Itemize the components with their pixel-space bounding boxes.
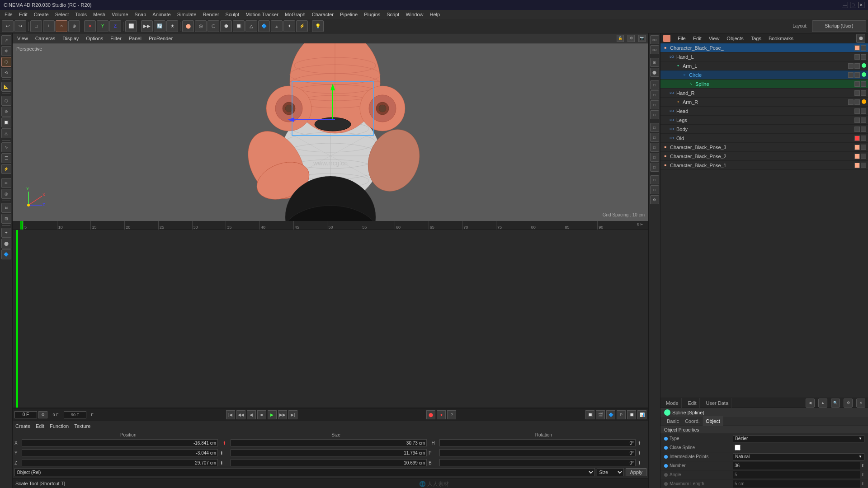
vp-lock-icon[interactable]: 🔒 (617, 35, 624, 42)
menu-item-animate[interactable]: Animate (150, 10, 173, 19)
menu-item-file[interactable]: File (2, 10, 15, 19)
obj-ctrl-spline-2[interactable] (861, 81, 866, 87)
next-frame-button[interactable]: ▶▶ (278, 410, 287, 419)
left-btn-scale[interactable]: ⬡ (1, 57, 11, 67)
obj-ctrl-vis[interactable] (854, 45, 860, 51)
obj-ctrl-armr-1[interactable] (848, 99, 854, 105)
undo-button[interactable]: ↩ (2, 20, 14, 32)
create-menu-item[interactable]: Create (15, 423, 30, 429)
rt-btn-6[interactable]: □ (650, 110, 659, 119)
obj-item-legs[interactable]: LO Legs (660, 116, 868, 125)
left-btn-8[interactable]: 🔲 (1, 117, 11, 127)
obj-item-char4[interactable]: ■ Character_Black_Pose_ (660, 43, 868, 52)
menu-item-motion-tracker[interactable]: Motion Tracker (243, 10, 281, 19)
obj-ctrl-char1-2[interactable] (861, 163, 866, 168)
vp-menu-cameras[interactable]: Cameras (33, 36, 57, 41)
rt-btn-3[interactable]: □ (650, 80, 659, 89)
obj-btn-3[interactable]: ⬡ (208, 20, 219, 32)
rt-btn-14[interactable]: ⚙ (650, 195, 659, 204)
obj-item-head[interactable]: LO Head (660, 107, 868, 116)
obj-ctrl-circle-1[interactable] (848, 72, 854, 78)
menu-item-sculpt[interactable]: Sculpt (223, 10, 242, 19)
menu-item-snap[interactable]: Snap (132, 10, 149, 19)
maximize-button[interactable]: □ (850, 2, 856, 8)
auto-key-button[interactable]: ● (437, 410, 446, 419)
apply-button[interactable]: Apply (626, 468, 646, 476)
motion-btn-6[interactable]: 📊 (637, 410, 646, 419)
menu-item-select[interactable]: Select (52, 10, 72, 19)
obj-ctrl-lock-body[interactable] (861, 127, 866, 132)
obj-btn-1[interactable]: ⬤ (182, 20, 194, 32)
timeline-range-input[interactable]: 90 F (64, 411, 86, 418)
obj-ctrl-spline-1[interactable] (854, 81, 860, 87)
left-btn-15[interactable]: ≋ (1, 203, 11, 213)
rt-btn-8[interactable]: □ (650, 133, 659, 142)
size-x-input[interactable] (231, 439, 427, 446)
prop-mode-tab[interactable]: Mode (663, 398, 682, 408)
rt-btn-4[interactable]: □ (650, 90, 659, 99)
light-btn[interactable]: 💡 (312, 20, 324, 32)
stop-button[interactable]: ■ (257, 410, 266, 419)
menu-item-simulate[interactable]: Simulate (175, 10, 199, 19)
play-reverse-button[interactable]: ◀ (247, 410, 256, 419)
rotation-h-input[interactable] (439, 439, 636, 446)
left-btn-17[interactable]: ✦ (1, 228, 11, 238)
vp-menu-prorender[interactable]: ProRender (147, 36, 175, 41)
motion-btn-5[interactable]: 🔲 (627, 410, 636, 419)
motion-btn-4[interactable]: P (617, 410, 626, 419)
left-btn-9[interactable]: △ (1, 128, 11, 138)
prop-nav-up[interactable]: ▲ (818, 399, 827, 408)
menu-item-render[interactable]: Render (200, 10, 222, 19)
timeline-track[interactable] (13, 230, 648, 408)
obj-btn-9[interactable]: ✦ (283, 20, 295, 32)
obj-ctrl-armr-2[interactable] (854, 99, 860, 105)
vp-menu-view[interactable]: View (15, 36, 30, 41)
obj-ctrl-circle-2[interactable] (854, 72, 860, 78)
prop-object-tab[interactable]: Object (703, 416, 723, 426)
vp-settings-icon[interactable]: ⚙ (627, 35, 635, 42)
obj-btn-4[interactable]: ⬢ (220, 20, 232, 32)
left-btn-19[interactable]: 🔷 (1, 249, 11, 259)
rt-btn-11[interactable]: □ (650, 163, 659, 172)
obj-ctrl-char1-1[interactable] (854, 163, 860, 168)
rt-grid-btn[interactable]: ⊞ (650, 58, 659, 67)
obj-btn-8[interactable]: ⟁ (271, 20, 283, 32)
position-z-input[interactable] (22, 459, 218, 466)
rp-tags-menu[interactable]: Tags (749, 36, 763, 41)
menu-item-pipeline[interactable]: Pipeline (337, 10, 360, 19)
close-spline-checkbox[interactable] (735, 445, 741, 450)
obj-ctrl-arml-1[interactable] (848, 63, 854, 69)
rp-topbar-btn1[interactable]: ⬤ (856, 34, 865, 43)
redo-button[interactable]: ↪ (14, 20, 26, 32)
size-z-input[interactable] (231, 459, 427, 466)
obj-btn-10[interactable]: ⚡ (296, 20, 308, 32)
texture-menu-item[interactable]: Texture (74, 423, 90, 429)
menu-item-help[interactable]: Help (427, 10, 443, 19)
y-axis[interactable]: Y (97, 20, 108, 32)
obj-item-hand-l[interactable]: LO Hand_L (660, 52, 868, 61)
left-btn-5[interactable]: 📐 (1, 82, 11, 92)
obj-item-old[interactable]: LO Old (660, 134, 868, 143)
rt-btn-9[interactable]: □ (650, 143, 659, 152)
size-y-input[interactable] (231, 449, 427, 456)
obj-ctrl-vis-legs[interactable] (854, 117, 860, 123)
menu-item-mograph[interactable]: MoGraph (282, 10, 308, 19)
prop-userdata-tab[interactable]: User Data (703, 398, 732, 408)
left-btn-6[interactable]: ⬡ (1, 96, 11, 106)
obj-item-body[interactable]: LO Body (660, 125, 868, 134)
obj-item-char1[interactable]: ■ Character_Black_Pose_1 (660, 161, 868, 170)
prop-value-type[interactable]: Bézier ▼ (733, 435, 864, 442)
obj-item-char2[interactable]: ■ Character_Black_Pose_2 (660, 152, 868, 161)
left-btn-12[interactable]: ⚡ (1, 164, 11, 174)
obj-ctrl-vis-handr[interactable] (854, 90, 860, 96)
rt-btn-13[interactable]: □ (650, 185, 659, 194)
obj-btn-5[interactable]: 🔲 (233, 20, 245, 32)
fps-btn[interactable]: ⚙ (38, 411, 47, 418)
rotate-tool[interactable]: ○ (56, 20, 67, 32)
left-btn-select[interactable]: ↗ (1, 35, 11, 45)
obj-btn-2[interactable]: ◎ (195, 20, 207, 32)
rp-bookmarks-menu[interactable]: Bookmarks (767, 36, 795, 41)
anim-btn-2[interactable]: 🔄 (154, 20, 165, 32)
obj-ctrl-char2-1[interactable] (854, 154, 860, 159)
left-btn-18[interactable]: ⬤ (1, 239, 11, 249)
